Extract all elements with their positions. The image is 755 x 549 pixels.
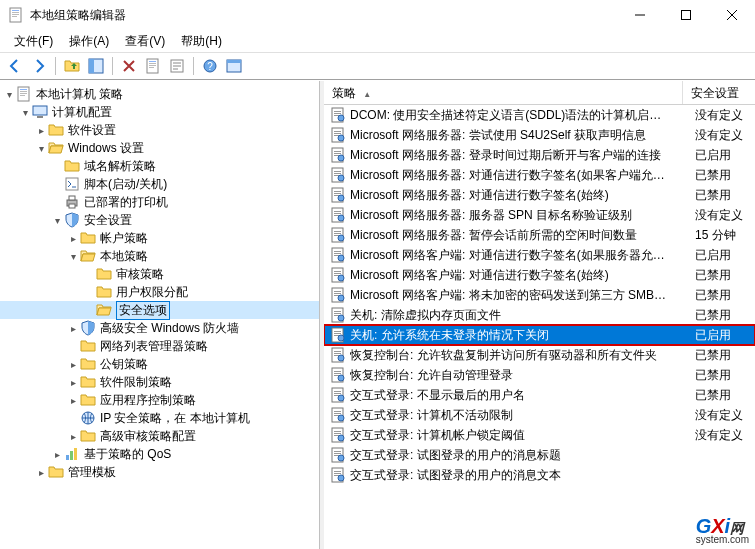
toolbar-separator xyxy=(55,57,56,75)
policy-setting: 15 分钟 xyxy=(695,227,755,244)
tree-firewall[interactable]: ▸ 高级安全 Windows 防火墙 xyxy=(0,319,319,337)
expander-icon[interactable]: ▾ xyxy=(50,215,64,226)
policy-setting: 已禁用 xyxy=(695,187,755,204)
delete-button[interactable] xyxy=(118,55,140,77)
policy-row[interactable]: 恢复控制台: 允许软盘复制并访问所有驱动器和所有文件夹已禁用 xyxy=(324,345,755,365)
tree-public-key[interactable]: ▸ 公钥策略 xyxy=(0,355,319,373)
close-button[interactable] xyxy=(709,0,755,30)
tree-security-options[interactable]: 安全选项 xyxy=(0,301,319,319)
policy-row[interactable]: 交互式登录: 不显示最后的用户名已禁用 xyxy=(324,385,755,405)
maximize-button[interactable] xyxy=(663,0,709,30)
help-button[interactable]: ? xyxy=(199,55,221,77)
tree-scripts[interactable]: 脚本(启动/关机) xyxy=(0,175,319,193)
column-policy[interactable]: 策略 ▲ xyxy=(324,81,683,104)
forward-button[interactable] xyxy=(28,55,50,77)
tree-windows-settings[interactable]: ▾ Windows 设置 xyxy=(0,139,319,157)
policy-row[interactable]: Microsoft 网络客户端: 对通信进行数字签名(始终)已禁用 xyxy=(324,265,755,285)
folder-icon xyxy=(96,284,112,300)
script-icon xyxy=(64,176,80,192)
policy-row[interactable]: 交互式登录: 试图登录的用户的消息文本 xyxy=(324,465,755,485)
tree-ipsec[interactable]: IP 安全策略，在 本地计算机 xyxy=(0,409,319,427)
tree-dns-policy[interactable]: 域名解析策略 xyxy=(0,157,319,175)
policy-row[interactable]: Microsoft 网络服务器: 对通信进行数字签名(如果客户端允…已禁用 xyxy=(324,165,755,185)
tree-security-settings[interactable]: ▾ 安全设置 xyxy=(0,211,319,229)
expander-icon[interactable]: ▾ xyxy=(2,89,16,100)
expander-icon[interactable]: ▸ xyxy=(34,467,48,478)
policy-setting: 已禁用 xyxy=(695,167,755,184)
tree-nlm[interactable]: 网络列表管理器策略 xyxy=(0,337,319,355)
expander-icon[interactable]: ▾ xyxy=(34,143,48,154)
tree-qos[interactable]: ▸ 基于策略的 QoS xyxy=(0,445,319,463)
expander-icon[interactable]: ▸ xyxy=(66,233,80,244)
policy-name: Microsoft 网络服务器: 对通信进行数字签名(始终) xyxy=(350,187,695,204)
policy-row[interactable]: 交互式登录: 计算机不活动限制没有定义 xyxy=(324,405,755,425)
expander-icon[interactable]: ▸ xyxy=(66,431,80,442)
console-tree: ▾ 本地计算机 策略 ▾ 计算机配置 ▸ 软件设置 ▾ Windows 设置 xyxy=(0,83,319,483)
tree-admin-templates[interactable]: ▸ 管理模板 xyxy=(0,463,319,481)
tree-account-policy[interactable]: ▸ 帐户策略 xyxy=(0,229,319,247)
folder-icon xyxy=(48,122,64,138)
policy-row[interactable]: 交互式登录: 计算机帐户锁定阈值没有定义 xyxy=(324,425,755,445)
policy-row[interactable]: 关机: 允许系统在未登录的情况下关闭已启用 xyxy=(324,325,755,345)
computer-icon xyxy=(32,104,48,120)
tree-app-control[interactable]: ▸ 应用程序控制策略 xyxy=(0,391,319,409)
menu-action[interactable]: 操作(A) xyxy=(61,31,117,52)
policy-row[interactable]: Microsoft 网络服务器: 登录时间过期后断开与客户端的连接已启用 xyxy=(324,145,755,165)
policy-item-icon xyxy=(330,187,346,203)
menu-help[interactable]: 帮助(H) xyxy=(173,31,230,52)
tree-software-settings[interactable]: ▸ 软件设置 xyxy=(0,121,319,139)
shield-icon xyxy=(64,212,80,228)
back-button[interactable] xyxy=(4,55,26,77)
policy-setting: 已禁用 xyxy=(695,347,755,364)
expander-icon[interactable]: ▾ xyxy=(66,251,80,262)
show-hide-tree-button[interactable] xyxy=(85,55,107,77)
properties-button[interactable] xyxy=(223,55,245,77)
tree-printers[interactable]: 已部署的打印机 xyxy=(0,193,319,211)
policy-row[interactable]: 关机: 清除虚拟内存页面文件已禁用 xyxy=(324,305,755,325)
expander-icon[interactable]: ▸ xyxy=(66,323,80,334)
tree-pane[interactable]: ▾ 本地计算机 策略 ▾ 计算机配置 ▸ 软件设置 ▾ Windows 设置 xyxy=(0,81,320,549)
tree-local-policy[interactable]: ▾ 本地策略 xyxy=(0,247,319,265)
policy-row[interactable]: Microsoft 网络客户端: 将未加密的密码发送到第三方 SMB…已禁用 xyxy=(324,285,755,305)
policy-row[interactable]: Microsoft 网络服务器: 服务器 SPN 目标名称验证级别没有定义 xyxy=(324,205,755,225)
folder-icon xyxy=(80,356,96,372)
menu-view[interactable]: 查看(V) xyxy=(117,31,173,52)
policy-name: 关机: 允许系统在未登录的情况下关闭 xyxy=(350,327,695,344)
policy-row[interactable]: 交互式登录: 试图登录的用户的消息标题 xyxy=(324,445,755,465)
policy-list[interactable]: DCOM: 使用安全描述符定义语言(SDDL)语法的计算机启…没有定义Micro… xyxy=(324,105,755,549)
column-setting[interactable]: 安全设置 xyxy=(683,81,755,104)
refresh-button[interactable] xyxy=(142,55,164,77)
tree-label: 基于策略的 QoS xyxy=(84,446,171,463)
expander-icon[interactable]: ▸ xyxy=(66,377,80,388)
policy-row[interactable]: Microsoft 网络服务器: 尝试使用 S4U2Self 获取声明信息没有定… xyxy=(324,125,755,145)
tree-label: Windows 设置 xyxy=(68,140,144,157)
tree-user-rights[interactable]: 用户权限分配 xyxy=(0,283,319,301)
tree-label: 安全设置 xyxy=(84,212,132,229)
up-button[interactable] xyxy=(61,55,83,77)
expander-icon[interactable]: ▾ xyxy=(18,107,32,118)
folder-icon xyxy=(96,266,112,282)
tree-software-restriction[interactable]: ▸ 软件限制策略 xyxy=(0,373,319,391)
policy-row[interactable]: DCOM: 使用安全描述符定义语言(SDDL)语法的计算机启…没有定义 xyxy=(324,105,755,125)
policy-row[interactable]: 恢复控制台: 允许自动管理登录已禁用 xyxy=(324,365,755,385)
tree-audit-policy[interactable]: 审核策略 xyxy=(0,265,319,283)
policy-row[interactable]: Microsoft 网络服务器: 对通信进行数字签名(始终)已禁用 xyxy=(324,185,755,205)
policy-row[interactable]: Microsoft 网络服务器: 暂停会话前所需的空闲时间数量15 分钟 xyxy=(324,225,755,245)
policy-setting: 没有定义 xyxy=(695,207,755,224)
policy-name: 交互式登录: 不显示最后的用户名 xyxy=(350,387,695,404)
policy-setting: 已禁用 xyxy=(695,367,755,384)
expander-icon[interactable]: ▸ xyxy=(66,359,80,370)
tree-computer-config[interactable]: ▾ 计算机配置 xyxy=(0,103,319,121)
tree-label: 高级审核策略配置 xyxy=(100,428,196,445)
tree-root[interactable]: ▾ 本地计算机 策略 xyxy=(0,85,319,103)
menu-file[interactable]: 文件(F) xyxy=(6,31,61,52)
expander-icon[interactable]: ▸ xyxy=(34,125,48,136)
policy-row[interactable]: Microsoft 网络客户端: 对通信进行数字签名(如果服务器允…已启用 xyxy=(324,245,755,265)
expander-icon[interactable]: ▸ xyxy=(66,395,80,406)
export-button[interactable] xyxy=(166,55,188,77)
expander-icon[interactable]: ▸ xyxy=(50,449,64,460)
folder-open-icon xyxy=(80,248,96,264)
minimize-button[interactable] xyxy=(617,0,663,30)
svg-rect-24 xyxy=(682,11,691,20)
tree-adv-audit[interactable]: ▸ 高级审核策略配置 xyxy=(0,427,319,445)
